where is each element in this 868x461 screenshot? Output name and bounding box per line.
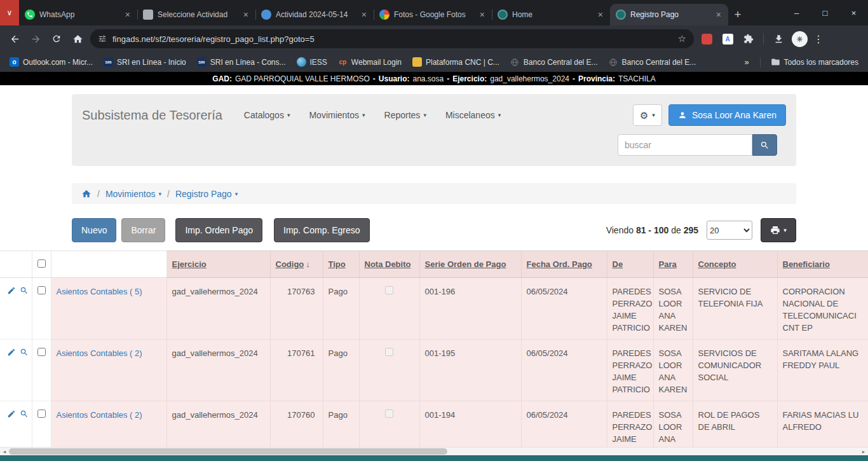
row-checkbox[interactable] bbox=[37, 348, 46, 356]
browser-tab-whatsapp[interactable]: WhatsApp × bbox=[19, 4, 137, 25]
row-checkbox[interactable] bbox=[37, 409, 46, 418]
breadcrumb-registro-pago[interactable]: Registro Pago▾ bbox=[175, 189, 238, 199]
nuevo-button[interactable]: Nuevo bbox=[72, 218, 116, 242]
borrar-button[interactable]: Borrar bbox=[121, 218, 165, 242]
nav-catalogos[interactable]: Catalogos▾ bbox=[244, 110, 290, 120]
bookmark-cnc[interactable]: Plataforma CNC | C... bbox=[408, 55, 504, 69]
nav-miscelaneos[interactable]: Miscelaneos▾ bbox=[445, 110, 501, 120]
bookmark-iess[interactable]: IESS bbox=[292, 55, 332, 69]
person-icon bbox=[678, 111, 687, 120]
search-input[interactable] bbox=[618, 134, 752, 156]
close-icon[interactable]: × bbox=[360, 10, 368, 20]
extension-red-icon[interactable] bbox=[698, 31, 715, 47]
nav-movimientos[interactable]: Movimientos▾ bbox=[309, 110, 365, 120]
cell-ejercicio: gad_vallehermos_2024 bbox=[166, 278, 270, 340]
bookmark-star-icon[interactable]: ☆ bbox=[678, 33, 686, 45]
bookmark-banco-central-2[interactable]: Banco Central del E... bbox=[604, 55, 701, 69]
edit-icon[interactable] bbox=[7, 348, 16, 357]
col-header-para[interactable]: Para bbox=[659, 259, 677, 269]
forward-icon[interactable] bbox=[27, 31, 44, 47]
breadcrumb: / Movimientos▾ / Registro Pago▾ bbox=[72, 183, 796, 204]
cell-asientos: Asientos Contables ( 2) bbox=[51, 340, 166, 401]
breadcrumb-movimientos[interactable]: Movimientos▾ bbox=[105, 189, 161, 199]
window-chevron-button[interactable]: ∨ bbox=[0, 0, 19, 25]
new-tab-button[interactable]: + bbox=[728, 4, 747, 25]
view-icon[interactable] bbox=[20, 409, 29, 418]
close-icon[interactable]: × bbox=[478, 10, 486, 20]
maximize-button[interactable]: □ bbox=[811, 0, 839, 25]
home-icon[interactable] bbox=[81, 189, 92, 199]
scrollbar-track[interactable] bbox=[9, 448, 859, 455]
nav-reportes[interactable]: Reportes▾ bbox=[384, 110, 426, 120]
downloads-icon[interactable] bbox=[770, 31, 787, 47]
row-checkbox[interactable] bbox=[37, 286, 46, 294]
cell-fecha: 06/05/2024 bbox=[521, 340, 607, 401]
scrollbar-thumb[interactable] bbox=[9, 448, 447, 455]
minimize-button[interactable]: – bbox=[782, 0, 811, 25]
scroll-right-arrow[interactable]: ► bbox=[859, 450, 868, 454]
col-header-codigo[interactable]: Codigo bbox=[276, 259, 304, 269]
url-text[interactable]: fingads.net/sf2/tesoreria/registro_pago_… bbox=[112, 34, 672, 44]
chevron-down-icon: ▾ bbox=[235, 191, 238, 197]
col-header-ejercicio[interactable]: Ejercicio bbox=[172, 259, 207, 269]
browser-tab-actividad[interactable]: Actividad 2024-05-14 × bbox=[255, 4, 374, 25]
scroll-left-arrow[interactable]: ◄ bbox=[0, 450, 9, 454]
chevron-down-icon: ▾ bbox=[287, 112, 290, 118]
asientos-contables-link[interactable]: Asientos Contables ( 2) bbox=[57, 348, 142, 358]
col-header-fecha[interactable]: Fecha Ord. Pago bbox=[527, 259, 592, 269]
imp-comp-egreso-button[interactable]: Imp. Comp. Egreso bbox=[274, 218, 370, 242]
cell-concepto: SERVICIO DE TELEFONIA FIJA bbox=[693, 278, 777, 340]
chevron-down-icon: ▾ bbox=[362, 112, 365, 118]
app-icon bbox=[616, 10, 626, 20]
page-footer-strip bbox=[0, 455, 868, 461]
bookmark-outlook[interactable]: oOutlook.com - Micr... bbox=[5, 55, 97, 69]
col-header-nota-debito[interactable]: Nota Debito bbox=[365, 259, 411, 269]
address-bar[interactable]: fingads.net/sf2/tesoreria/registro_pago_… bbox=[90, 29, 694, 48]
close-window-button[interactable]: × bbox=[839, 0, 868, 25]
reload-icon[interactable] bbox=[48, 31, 65, 47]
close-icon[interactable]: × bbox=[715, 10, 722, 20]
col-header-concepto[interactable]: Concepto bbox=[698, 259, 736, 269]
translate-icon[interactable]: A bbox=[719, 31, 736, 47]
close-icon[interactable]: × bbox=[242, 10, 250, 20]
close-icon[interactable]: × bbox=[597, 10, 604, 20]
extensions-puzzle-icon[interactable] bbox=[740, 31, 757, 47]
col-header-beneficiario[interactable]: Beneficiario bbox=[783, 259, 830, 269]
home-icon[interactable] bbox=[69, 31, 86, 47]
horizontal-scrollbar[interactable]: ◄ ► bbox=[0, 447, 868, 455]
settings-button[interactable]: ⚙▾ bbox=[633, 104, 662, 126]
user-button[interactable]: Sosa Loor Ana Karen bbox=[668, 104, 786, 126]
profile-avatar[interactable] bbox=[791, 31, 808, 47]
view-icon[interactable] bbox=[20, 348, 29, 357]
bookmark-webmail[interactable]: cpWebmail Login bbox=[334, 55, 406, 69]
edit-icon[interactable] bbox=[7, 409, 16, 418]
all-bookmarks-button[interactable]: Todos los marcadores bbox=[766, 55, 863, 69]
bookmark-sri-consultas[interactable]: SRISRI en Línea - Cons... bbox=[193, 55, 290, 69]
browser-tab-seleccione-actividad[interactable]: Seleccione Actividad × bbox=[137, 4, 255, 25]
search-button[interactable] bbox=[752, 134, 777, 156]
col-header-de[interactable]: De bbox=[613, 259, 623, 269]
close-icon[interactable]: × bbox=[124, 10, 132, 20]
page-size-select[interactable]: 20 bbox=[707, 221, 752, 240]
site-settings-icon[interactable] bbox=[98, 34, 107, 43]
browser-tab-google-fotos[interactable]: Fotos - Google Fotos × bbox=[374, 4, 492, 25]
bookmark-banco-central-1[interactable]: Banco Central del E... bbox=[506, 55, 602, 69]
select-all-checkbox[interactable] bbox=[37, 259, 46, 268]
asientos-contables-link[interactable]: Asientos Contables ( 2) bbox=[57, 410, 142, 420]
bookmarks-overflow-icon[interactable]: » bbox=[739, 57, 754, 67]
bookmark-sri-inicio[interactable]: SRISRI en Línea - Inicio bbox=[99, 55, 191, 69]
col-header-serie[interactable]: Serie Orden de Pago bbox=[425, 259, 506, 269]
col-header-tipo[interactable]: Tipo bbox=[329, 259, 346, 269]
imp-orden-pago-button[interactable]: Imp. Orden Pago bbox=[175, 218, 262, 242]
cpanel-icon: cp bbox=[338, 57, 348, 67]
print-button[interactable]: ▾ bbox=[761, 218, 796, 242]
view-icon[interactable] bbox=[20, 286, 29, 295]
actions-toolbar: Nuevo Borrar Imp. Orden Pago Imp. Comp. … bbox=[72, 218, 796, 242]
asientos-contables-link[interactable]: Asientos Contables ( 5) bbox=[57, 287, 142, 296]
edit-icon[interactable] bbox=[7, 286, 16, 295]
page-icon bbox=[261, 10, 271, 20]
browser-tab-registro-pago-active[interactable]: Registro Pago × bbox=[610, 4, 728, 25]
back-icon[interactable] bbox=[6, 31, 23, 47]
browser-menu-icon[interactable]: ⋮ bbox=[812, 33, 825, 45]
browser-tab-home[interactable]: Home × bbox=[492, 4, 610, 25]
